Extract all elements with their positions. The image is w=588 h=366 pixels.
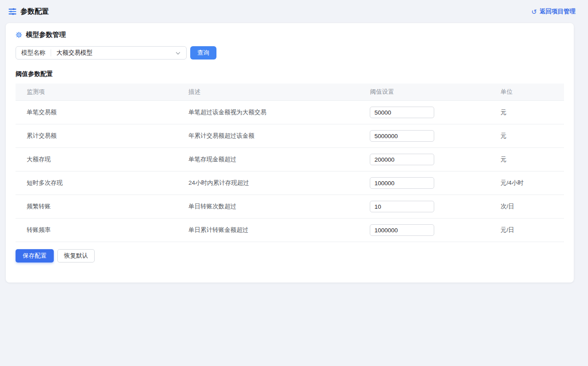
monitor-item-cell: 短时多次存现	[16, 171, 177, 195]
header-left: 参数配置	[8, 7, 49, 16]
column-header-monitor-item: 监测项	[16, 84, 177, 101]
description-cell: 单日转账次数超过	[177, 195, 359, 219]
table-row: 单笔交易额 单笔超过该金额视为大额交易 元	[16, 101, 564, 124]
unit-cell: 元	[489, 101, 564, 124]
description-cell: 年累计交易额超过该金额	[177, 124, 359, 148]
threshold-input[interactable]	[370, 154, 434, 165]
query-row: 模型名称 大额交易模型 查询	[16, 46, 564, 60]
threshold-cell	[359, 101, 489, 124]
panel-title: 模型参数管理	[26, 31, 66, 39]
undo-icon: ↺	[531, 8, 537, 15]
model-name-label: 模型名称	[16, 49, 51, 57]
threshold-input[interactable]	[370, 201, 434, 212]
description-cell: 单日累计转账金额超过	[177, 219, 359, 242]
threshold-input[interactable]	[370, 224, 434, 236]
threshold-cell	[359, 219, 489, 242]
description-cell: 24小时内累计存现超过	[177, 171, 359, 195]
model-parameter-panel: 模型参数管理 模型名称 大额交易模型 查询 阈值参数配置 监测项 描述 阈值设置…	[6, 23, 574, 282]
unit-cell: 次/日	[489, 195, 564, 219]
monitor-item-cell: 转账频率	[16, 219, 177, 242]
unit-cell: 元/4小时	[489, 171, 564, 195]
threshold-cell	[359, 195, 489, 219]
unit-cell: 元	[489, 124, 564, 148]
table-row: 短时多次存现 24小时内累计存现超过 元/4小时	[16, 171, 564, 195]
back-link-label: 返回项目管理	[540, 8, 576, 16]
table-row: 频繁转账 单日转账次数超过 次/日	[16, 195, 564, 219]
chevron-down-icon	[175, 50, 181, 56]
unit-cell: 元/日	[489, 219, 564, 242]
threshold-section-title: 阈值参数配置	[16, 70, 564, 78]
monitor-item-cell: 大额存现	[16, 148, 177, 171]
threshold-cell	[359, 171, 489, 195]
restore-default-button[interactable]: 恢复默认	[57, 249, 95, 263]
threshold-cell	[359, 148, 489, 171]
unit-cell: 元	[489, 148, 564, 171]
page-title: 参数配置	[20, 7, 49, 16]
threshold-input[interactable]	[370, 130, 434, 142]
threshold-table-body: 单笔交易额 单笔超过该金额视为大额交易 元 累计交易额 年累计交易额超过该金额 …	[16, 101, 564, 242]
panel-title-row: 模型参数管理	[16, 30, 564, 39]
table-row: 累计交易额 年累计交易额超过该金额 元	[16, 124, 564, 148]
threshold-input[interactable]	[370, 107, 434, 118]
query-button[interactable]: 查询	[190, 46, 216, 60]
threshold-input[interactable]	[370, 177, 434, 189]
threshold-cell	[359, 124, 489, 148]
footer-buttons: 保存配置 恢复默认	[16, 249, 564, 263]
monitor-item-cell: 单笔交易额	[16, 101, 177, 124]
description-cell: 单笔超过该金额视为大额交易	[177, 101, 359, 124]
column-header-unit: 单位	[489, 84, 564, 101]
sliders-icon	[8, 7, 17, 16]
model-name-value: 大额交易模型	[51, 49, 175, 57]
model-name-select[interactable]: 模型名称 大额交易模型	[16, 46, 187, 60]
gear-icon	[16, 32, 22, 38]
save-config-button[interactable]: 保存配置	[16, 249, 54, 263]
column-header-threshold: 阈值设置	[359, 84, 489, 101]
table-header-row: 监测项 描述 阈值设置 单位	[16, 84, 564, 101]
description-cell: 单笔存现金额超过	[177, 148, 359, 171]
top-header: 参数配置 ↺ 返回项目管理	[0, 0, 588, 23]
monitor-item-cell: 频繁转账	[16, 195, 177, 219]
monitor-item-cell: 累计交易额	[16, 124, 177, 148]
threshold-table: 监测项 描述 阈值设置 单位 单笔交易额 单笔超过该金额视为大额交易 元 累计交…	[16, 84, 564, 242]
table-row: 转账频率 单日累计转账金额超过 元/日	[16, 219, 564, 242]
back-to-project-link[interactable]: ↺ 返回项目管理	[531, 8, 576, 16]
column-header-description: 描述	[177, 84, 359, 101]
table-row: 大额存现 单笔存现金额超过 元	[16, 148, 564, 171]
